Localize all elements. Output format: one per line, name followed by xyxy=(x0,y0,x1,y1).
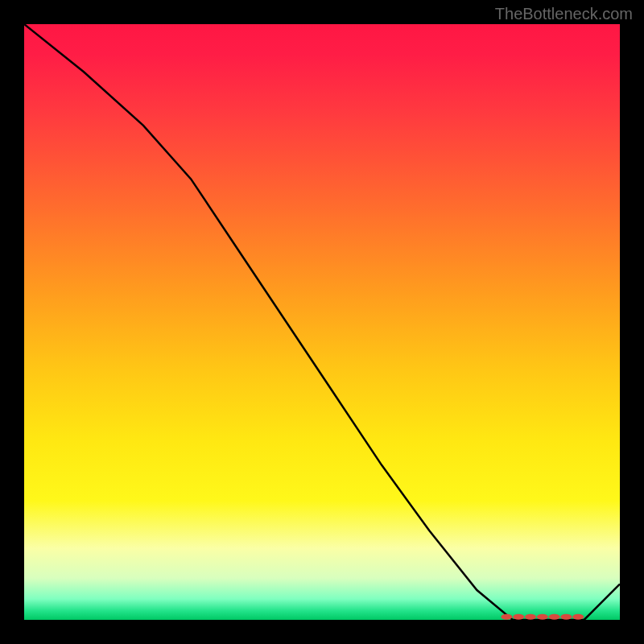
optimal-marker xyxy=(549,614,560,620)
plot-area xyxy=(24,24,620,620)
gradient-background xyxy=(24,24,620,620)
optimal-marker xyxy=(537,614,548,620)
chart-svg xyxy=(24,24,620,620)
chart-container: TheBottleneck.com xyxy=(0,0,644,644)
optimal-marker xyxy=(513,614,524,620)
optimal-marker xyxy=(501,614,512,620)
optimal-marker xyxy=(560,614,572,620)
optimal-marker xyxy=(572,614,584,620)
watermark-text: TheBottleneck.com xyxy=(495,5,633,23)
optimal-marker xyxy=(525,614,536,620)
